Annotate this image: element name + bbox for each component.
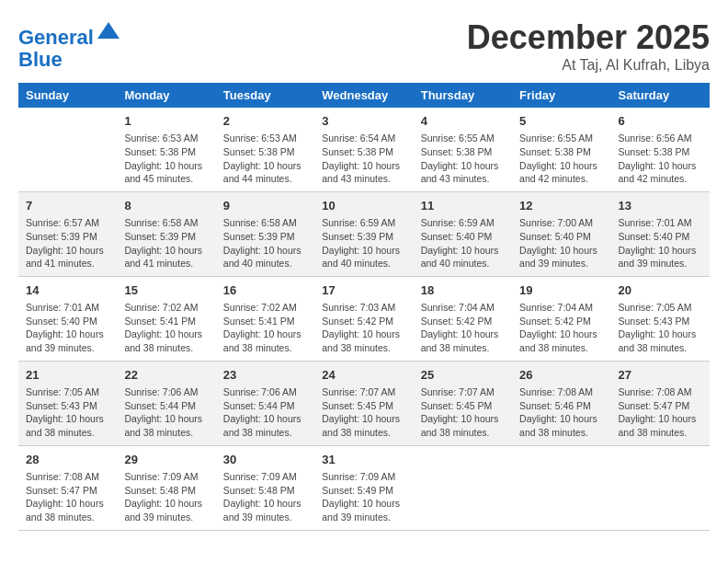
- day-info: Sunrise: 7:02 AMSunset: 5:41 PMDaylight:…: [124, 301, 208, 355]
- day-cell: 15Sunrise: 7:02 AMSunset: 5:41 PMDayligh…: [117, 276, 215, 361]
- header-thursday: Thursday: [414, 83, 512, 108]
- month-title: December 2025: [467, 18, 710, 57]
- calendar-body: 1Sunrise: 6:53 AMSunset: 5:38 PMDaylight…: [18, 108, 710, 530]
- day-info: Sunrise: 7:00 AMSunset: 5:40 PMDaylight:…: [519, 216, 603, 270]
- header-sunday: Sunday: [18, 83, 117, 108]
- day-info: Sunrise: 7:08 AMSunset: 5:47 PMDaylight:…: [26, 470, 109, 524]
- day-number: 23: [223, 367, 307, 384]
- header-row: SundayMondayTuesdayWednesdayThursdayFrid…: [18, 83, 710, 108]
- day-cell: 7Sunrise: 6:57 AMSunset: 5:39 PMDaylight…: [18, 191, 117, 276]
- day-cell: [18, 108, 117, 191]
- day-cell: 5Sunrise: 6:55 AMSunset: 5:38 PMDaylight…: [512, 108, 610, 191]
- day-info: Sunrise: 6:56 AMSunset: 5:38 PMDaylight:…: [619, 132, 702, 186]
- day-number: 21: [26, 367, 109, 384]
- day-number: 5: [519, 113, 603, 130]
- week-row-3: 14Sunrise: 7:01 AMSunset: 5:40 PMDayligh…: [18, 276, 710, 361]
- title-block: December 2025 At Taj, Al Kufrah, Libya: [467, 18, 710, 74]
- day-cell: 30Sunrise: 7:09 AMSunset: 5:48 PMDayligh…: [216, 445, 314, 530]
- day-cell: 28Sunrise: 7:08 AMSunset: 5:47 PMDayligh…: [18, 445, 117, 530]
- day-info: Sunrise: 6:55 AMSunset: 5:38 PMDaylight:…: [519, 132, 603, 186]
- day-number: 25: [421, 367, 505, 384]
- day-cell: 29Sunrise: 7:09 AMSunset: 5:48 PMDayligh…: [117, 445, 215, 530]
- day-cell: 6Sunrise: 6:56 AMSunset: 5:38 PMDaylight…: [611, 108, 710, 191]
- day-info: Sunrise: 6:53 AMSunset: 5:38 PMDaylight:…: [124, 132, 208, 186]
- day-cell: 3Sunrise: 6:54 AMSunset: 5:38 PMDaylight…: [314, 108, 413, 191]
- day-info: Sunrise: 7:09 AMSunset: 5:48 PMDaylight:…: [223, 470, 307, 524]
- day-number: 4: [421, 113, 505, 130]
- day-cell: 21Sunrise: 7:05 AMSunset: 5:43 PMDayligh…: [18, 361, 117, 445]
- day-cell: 22Sunrise: 7:06 AMSunset: 5:44 PMDayligh…: [117, 361, 215, 445]
- logo-icon: [96, 18, 121, 44]
- day-info: Sunrise: 7:05 AMSunset: 5:43 PMDaylight:…: [619, 301, 702, 355]
- day-number: 27: [619, 367, 702, 384]
- day-info: Sunrise: 7:04 AMSunset: 5:42 PMDaylight:…: [519, 301, 603, 355]
- day-number: 10: [322, 198, 405, 214]
- day-cell: 26Sunrise: 7:08 AMSunset: 5:46 PMDayligh…: [512, 361, 610, 445]
- day-cell: 17Sunrise: 7:03 AMSunset: 5:42 PMDayligh…: [314, 276, 413, 361]
- day-number: 11: [421, 198, 505, 214]
- day-info: Sunrise: 6:53 AMSunset: 5:38 PMDaylight:…: [223, 132, 307, 186]
- svg-marker-0: [97, 22, 119, 39]
- day-cell: 24Sunrise: 7:07 AMSunset: 5:45 PMDayligh…: [314, 361, 413, 445]
- day-info: Sunrise: 7:09 AMSunset: 5:49 PMDaylight:…: [322, 470, 405, 524]
- calendar-header: SundayMondayTuesdayWednesdayThursdayFrid…: [18, 83, 710, 108]
- week-row-1: 1Sunrise: 6:53 AMSunset: 5:38 PMDaylight…: [18, 108, 710, 191]
- day-cell: 4Sunrise: 6:55 AMSunset: 5:38 PMDaylight…: [414, 108, 512, 191]
- day-number: 24: [322, 367, 405, 384]
- header-monday: Monday: [117, 83, 215, 108]
- day-cell: 13Sunrise: 7:01 AMSunset: 5:40 PMDayligh…: [611, 191, 710, 276]
- week-row-4: 21Sunrise: 7:05 AMSunset: 5:43 PMDayligh…: [18, 361, 710, 445]
- day-number: 28: [26, 452, 109, 468]
- day-cell: [414, 445, 512, 530]
- day-cell: 10Sunrise: 6:59 AMSunset: 5:39 PMDayligh…: [314, 191, 413, 276]
- day-cell: 18Sunrise: 7:04 AMSunset: 5:42 PMDayligh…: [414, 276, 512, 361]
- logo-line1: General: [18, 26, 94, 49]
- logo: General Blue: [18, 18, 121, 71]
- day-info: Sunrise: 7:03 AMSunset: 5:42 PMDaylight:…: [322, 301, 405, 355]
- day-cell: 31Sunrise: 7:09 AMSunset: 5:49 PMDayligh…: [314, 445, 413, 530]
- day-info: Sunrise: 7:01 AMSunset: 5:40 PMDaylight:…: [619, 216, 702, 270]
- day-number: 22: [124, 367, 208, 384]
- day-info: Sunrise: 6:55 AMSunset: 5:38 PMDaylight:…: [421, 132, 505, 186]
- day-info: Sunrise: 7:02 AMSunset: 5:41 PMDaylight:…: [223, 301, 307, 355]
- day-info: Sunrise: 7:08 AMSunset: 5:46 PMDaylight:…: [519, 385, 603, 440]
- day-info: Sunrise: 7:09 AMSunset: 5:48 PMDaylight:…: [124, 470, 208, 524]
- day-number: 2: [223, 113, 307, 130]
- day-number: 12: [519, 198, 603, 214]
- day-info: Sunrise: 6:58 AMSunset: 5:39 PMDaylight:…: [223, 216, 307, 270]
- day-number: 20: [619, 282, 702, 299]
- day-number: 6: [619, 113, 702, 130]
- day-number: 31: [322, 452, 405, 468]
- day-info: Sunrise: 7:08 AMSunset: 5:47 PMDaylight:…: [619, 385, 702, 440]
- day-info: Sunrise: 6:54 AMSunset: 5:38 PMDaylight:…: [322, 132, 405, 186]
- day-info: Sunrise: 7:07 AMSunset: 5:45 PMDaylight:…: [322, 385, 405, 440]
- day-number: 8: [124, 198, 208, 214]
- day-cell: 11Sunrise: 6:59 AMSunset: 5:40 PMDayligh…: [414, 191, 512, 276]
- day-cell: [611, 445, 710, 530]
- header-tuesday: Tuesday: [216, 83, 314, 108]
- day-number: 13: [619, 198, 702, 214]
- day-cell: [512, 445, 610, 530]
- day-number: 7: [26, 198, 109, 214]
- day-number: 14: [26, 282, 109, 299]
- day-info: Sunrise: 6:57 AMSunset: 5:39 PMDaylight:…: [26, 216, 109, 270]
- day-info: Sunrise: 6:58 AMSunset: 5:39 PMDaylight:…: [124, 216, 208, 270]
- day-info: Sunrise: 7:06 AMSunset: 5:44 PMDaylight:…: [124, 385, 208, 440]
- day-cell: 20Sunrise: 7:05 AMSunset: 5:43 PMDayligh…: [611, 276, 710, 361]
- day-info: Sunrise: 7:07 AMSunset: 5:45 PMDaylight:…: [421, 385, 505, 440]
- day-cell: 16Sunrise: 7:02 AMSunset: 5:41 PMDayligh…: [216, 276, 314, 361]
- header-wednesday: Wednesday: [314, 83, 413, 108]
- page-header: General Blue December 2025 At Taj, Al Ku…: [18, 18, 710, 74]
- day-cell: 1Sunrise: 6:53 AMSunset: 5:38 PMDaylight…: [117, 108, 215, 191]
- day-cell: 25Sunrise: 7:07 AMSunset: 5:45 PMDayligh…: [414, 361, 512, 445]
- calendar-table: SundayMondayTuesdayWednesdayThursdayFrid…: [18, 83, 710, 531]
- day-number: 16: [223, 282, 307, 299]
- day-number: 15: [124, 282, 208, 299]
- header-friday: Friday: [512, 83, 610, 108]
- day-cell: 27Sunrise: 7:08 AMSunset: 5:47 PMDayligh…: [611, 361, 710, 445]
- day-info: Sunrise: 6:59 AMSunset: 5:39 PMDaylight:…: [322, 216, 405, 270]
- day-info: Sunrise: 7:01 AMSunset: 5:40 PMDaylight:…: [26, 301, 109, 355]
- day-info: Sunrise: 7:06 AMSunset: 5:44 PMDaylight:…: [223, 385, 307, 440]
- day-cell: 2Sunrise: 6:53 AMSunset: 5:38 PMDaylight…: [216, 108, 314, 191]
- day-info: Sunrise: 7:04 AMSunset: 5:42 PMDaylight:…: [421, 301, 505, 355]
